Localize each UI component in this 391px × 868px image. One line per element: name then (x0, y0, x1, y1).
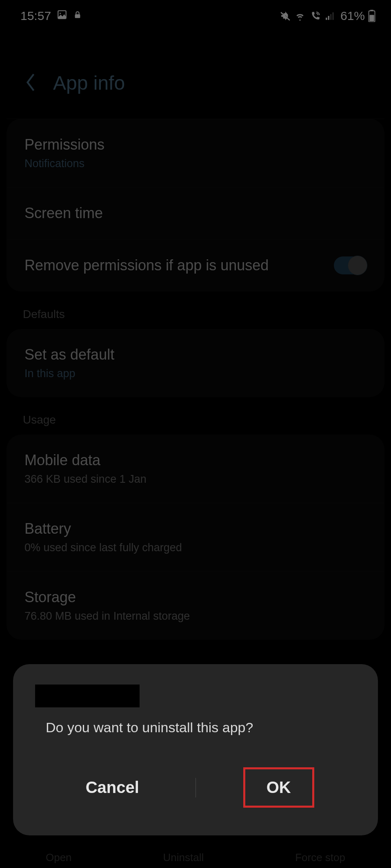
dialog-message: Do you want to uninstall this app? (13, 720, 378, 756)
ok-highlight: OK (243, 767, 314, 808)
dialog-buttons: Cancel OK (13, 756, 378, 819)
ok-button[interactable]: OK (196, 756, 362, 819)
cancel-button[interactable]: Cancel (29, 767, 196, 808)
uninstall-dialog: Do you want to uninstall this app? Cance… (13, 664, 378, 835)
dialog-app-name-redacted (35, 685, 140, 707)
